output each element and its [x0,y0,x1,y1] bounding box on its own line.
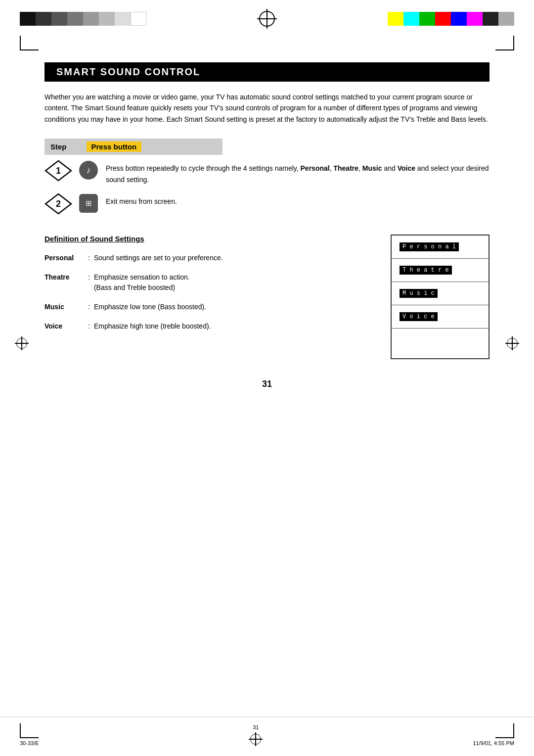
page-number: 31 [0,379,534,389]
top-bar [0,0,534,34]
step-2-button-icon: ⊞ [79,194,98,213]
side-reg-mark-right [505,336,519,350]
svg-text:2: 2 [56,199,61,209]
bottom-center-section: 31 [249,722,263,746]
corner-v [20,723,21,738]
bottom-code: 30-33/E [20,740,39,746]
menu-item-music-label: M u s i c [400,289,438,298]
step-2-row: 2 ⊞ Exit menu from screen. [44,193,490,215]
step-1-bold-theatre: Theatre [333,164,358,172]
corner-line-h [21,49,39,50]
bottom-left-section: 30-33/E [20,723,39,746]
def-row-voice: Voice : Emphasize high tone (treble boos… [44,321,371,331]
corner-line-v [20,36,21,50]
step-1-text: Press botton repeatedly to cycle through… [106,160,490,185]
def-desc-theatre: Emphasize sensation to action.(Bass and … [94,272,371,293]
page-title-box: Smart Sound Control [44,62,490,82]
top-right-corner [495,36,514,50]
corner-v [513,723,514,738]
bottom-right-section: 11/9/01, 4:55 PM [473,723,514,746]
press-button-label: Press button [87,142,142,152]
step-column-label: Step [50,142,67,151]
swatch [36,12,51,26]
definition-left: Definition of Sound Settings Personal : … [44,235,371,340]
definition-section: Definition of Sound Settings Personal : … [44,235,490,359]
step-2-text: Exit menu from screen. [106,193,490,207]
bottom-timestamp: 11/9/01, 4:55 PM [473,740,514,746]
side-reg-mark-left [15,336,29,350]
swatch [451,12,467,26]
color-bar-right [388,12,514,26]
step-1-bold-personal: Personal [301,164,330,172]
registration-mark-top [257,9,277,29]
menu-panel: P e r s o n a l T h e a t r e M u s i c … [391,235,490,359]
steps-header: Step Press button [44,139,222,155]
bottom-reg-mark [249,732,263,746]
top-left-corner [20,36,39,50]
swatch [403,12,419,26]
swatch [435,12,451,26]
main-content: Smart Sound Control Whether you are watc… [0,62,534,359]
step-1-diamond: 1 [44,160,72,182]
step-1-icon: 1 [44,160,72,182]
menu-item-personal-label: P e r s o n a l [400,242,459,251]
swatch [83,12,99,26]
def-term-voice: Voice [44,321,84,331]
corner-h [21,737,39,738]
swatch [51,12,67,26]
def-desc-music: Emphasize low tone (Bass boosted). [94,302,371,312]
step-2-icon: 2 [44,193,72,215]
step-1-row: 1 ♪ Press botton repeatedly to cycle thr… [44,160,490,185]
swatch [483,12,498,26]
top-corners [0,36,534,50]
swatch [67,12,83,26]
step-1-bold-voice: Voice [398,164,415,172]
swatch [115,12,131,26]
menu-item-voice: V o i c e [392,305,489,329]
color-bar-left [20,12,146,26]
bottom-right-corner [495,723,514,738]
def-term-theatre: Theatre [44,272,84,293]
intro-paragraph: Whether you are watching a movie or vide… [44,92,490,125]
menu-item-voice-label: V o i c e [400,312,438,321]
corner-line-v [513,36,514,50]
def-term-music: Music [44,302,84,312]
step-1-bold-music: Music [362,164,382,172]
swatch [498,12,514,26]
swatch [419,12,435,26]
menu-item-theatre-label: T h e a t r e [400,266,452,275]
menu-panel-spacer [392,329,489,358]
def-row-theatre: Theatre : Emphasize sensation to action.… [44,272,371,293]
bottom-bar: 30-33/E 31 11/9/01, 4:55 PM [0,717,534,756]
menu-item-personal: P e r s o n a l [392,236,489,259]
swatch [388,12,403,26]
bottom-left-corner [20,723,39,738]
page-title: Smart Sound Control [56,66,200,77]
swatch [20,12,36,26]
menu-item-music: M u s i c [392,282,489,305]
def-row-personal: Personal : Sound settings are set to you… [44,253,371,263]
def-desc-personal: Sound settings are set to your preferenc… [94,253,371,263]
definition-title: Definition of Sound Settings [44,235,371,243]
corner-line-h [495,49,513,50]
swatch [99,12,115,26]
step-2-diamond: 2 [44,193,72,215]
swatch [467,12,483,26]
def-row-music: Music : Emphasize low tone (Bass boosted… [44,302,371,312]
def-desc-voice: Emphasize high tone (treble boosted). [94,321,371,331]
def-term-personal: Personal [44,253,84,263]
bottom-page: 31 [253,724,259,730]
step-1-button-icon: ♪ [79,161,98,180]
corner-h [495,737,513,738]
swatch [131,12,146,26]
svg-text:1: 1 [56,166,61,176]
menu-item-theatre: T h e a t r e [392,259,489,282]
